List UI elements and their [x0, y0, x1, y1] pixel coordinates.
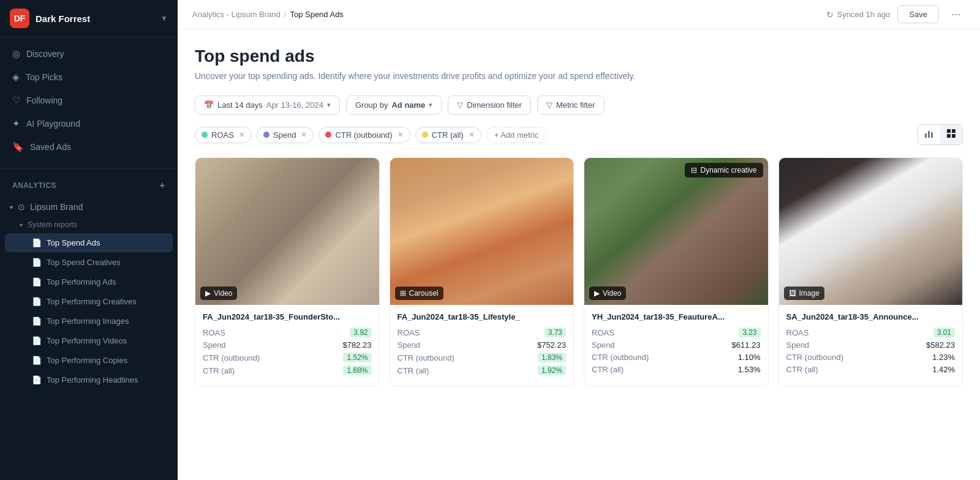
ads-grid: ▶ Video FA_Jun2024_tar18-35_FounderSto..… [195, 157, 963, 386]
sidebar-item-top-spend-creatives[interactable]: 📄 Top Spend Creatives [5, 253, 173, 272]
date-range-label: Last 14 days [217, 100, 263, 110]
report-icon: 📄 [32, 336, 42, 345]
ad-card-2: ⊞ Carousel FA_Jun2024_tar18-35_Lifestyle… [390, 157, 575, 386]
group-by-filter[interactable]: Group by Ad name ▾ [346, 96, 442, 114]
metric-label: ROAS [592, 328, 614, 337]
sidebar-item-top-spend-ads[interactable]: 📄 Top Spend Ads [5, 233, 173, 252]
metric-label: CTR (all) [398, 366, 429, 375]
remove-roas-button[interactable]: ✕ [239, 130, 245, 139]
dimension-filter[interactable]: ▽ Dimension filter [448, 96, 531, 114]
metric-chip-ctr-outbound[interactable]: CTR (outbound) ✕ [318, 127, 410, 143]
sidebar-header[interactable]: DF Dark Forrest ▼ [0, 0, 178, 37]
remove-spend-button[interactable]: ✕ [301, 130, 307, 139]
ad-metric-row: Spend $782.23 [203, 340, 372, 350]
metric-label: CTR (outbound) [592, 353, 649, 362]
grid-icon [946, 129, 956, 138]
ad-card-name: FA_Jun2024_tar18-35_FounderSto... [203, 312, 372, 321]
metric-label: Spend [786, 340, 810, 350]
ad-card-body-2: FA_Jun2024_tar18-35_Lifestyle_ ROAS 3.73… [390, 305, 574, 386]
sidebar-item-top-performing-images[interactable]: 📄 Top Performing Images [5, 312, 173, 331]
metric-label: Spend [203, 340, 226, 350]
app-logo: DF [10, 9, 29, 28]
metric-value: 3.01 [933, 328, 955, 337]
ad-card-name: FA_Jun2024_tar18-35_Lifestyle_ [398, 312, 567, 321]
ad-card-1: ▶ Video FA_Jun2024_tar18-35_FounderSto..… [195, 157, 380, 386]
add-metric-button[interactable]: + Add metric [486, 127, 547, 143]
filter-bar: 📅 Last 14 days Apr 13-16, 2024 ▾ Group b… [195, 96, 963, 114]
metric-value: 1.52% [343, 353, 371, 362]
metric-value: 3.92 [350, 328, 371, 337]
main-content: Analytics - Lipsum Brand / Top Spend Ads… [178, 0, 980, 480]
metric-label: Spend [398, 340, 421, 350]
sidebar-item-following[interactable]: ♡ Following [0, 89, 178, 112]
ad-metric-row: ROAS 3.92 [203, 328, 372, 337]
metric-label: CTR (all) [203, 366, 235, 375]
ad-card-body-3: YH_Jun2024_tar18-35_FeautureA... ROAS 3.… [584, 305, 768, 384]
metric-chip-spend[interactable]: Spend ✕ [257, 127, 314, 143]
dynamic-label: Dynamic creative [700, 166, 756, 174]
more-options-button[interactable]: ··· [946, 6, 965, 23]
metric-value: 1.92% [538, 366, 566, 375]
dynamic-icon: ⊟ [691, 166, 697, 174]
brand-group-item[interactable]: ▾ ⊙ Lipsum Brand [0, 197, 178, 217]
sidebar-item-saved-ads[interactable]: 🔖 Saved Ads [0, 135, 178, 159]
metric-value: 1.10% [738, 353, 761, 362]
metrics-bar: ROAS ✕ Spend ✕ CTR (outbound) ✕ CTR (all… [195, 124, 963, 145]
sidebar-item-top-performing-headlines[interactable]: 📄 Top Performing Headlines [5, 370, 173, 389]
analytics-section-header: Analytics + [0, 174, 178, 197]
metric-chip-roas[interactable]: ROAS ✕ [195, 127, 252, 143]
sidebar-item-top-performing-ads[interactable]: 📄 Top Performing Ads [5, 272, 173, 291]
ad-card-name: SA_Jun2024_tar18-35_Announce... [786, 312, 956, 321]
report-label: Top Performing Copies [47, 356, 127, 365]
sidebar-item-label: Saved Ads [30, 142, 71, 152]
report-icon: 📄 [32, 375, 42, 384]
sidebar-item-discovery[interactable]: ◎ Discovery [0, 42, 178, 66]
svg-rect-3 [947, 129, 951, 133]
ad-card-image-1: ▶ Video [195, 158, 379, 305]
remove-ctr-outbound-button[interactable]: ✕ [398, 130, 404, 139]
system-reports-group[interactable]: ▾ System reports [0, 217, 178, 233]
roas-dot [202, 132, 208, 138]
save-button[interactable]: Save [897, 6, 939, 23]
chevron-down-icon: ▾ [327, 101, 331, 109]
metric-label: CTR (all) [786, 365, 818, 374]
image-icon: 🖼 [789, 289, 796, 298]
ad-card-image-3: ⊟ Dynamic creative ▶ Video [584, 158, 768, 305]
group-by-value: Ad name [391, 100, 425, 110]
metric-filter[interactable]: ▽ Metric filter [537, 96, 605, 114]
svg-rect-2 [931, 132, 933, 138]
date-range-filter[interactable]: 📅 Last 14 days Apr 13-16, 2024 ▾ [195, 96, 340, 114]
ctr-all-dot [422, 132, 428, 138]
video-icon: ▶ [594, 289, 600, 298]
sidebar-item-top-performing-copies[interactable]: 📄 Top Performing Copies [5, 351, 173, 370]
report-label: Top Performing Headlines [47, 375, 138, 384]
chart-view-button[interactable] [918, 125, 940, 144]
sidebar-item-top-picks[interactable]: ◈ Top Picks [0, 66, 178, 89]
metric-value: 3.73 [545, 328, 566, 337]
sidebar-item-top-performing-creatives[interactable]: 📄 Top Performing Creatives [5, 292, 173, 311]
sidebar-item-top-performing-videos[interactable]: 📄 Top Performing Videos [5, 331, 173, 350]
metric-value: $782.23 [343, 340, 372, 350]
metric-label: CTR (outbound) [786, 353, 843, 362]
report-icon: 📄 [32, 277, 42, 287]
sidebar: DF Dark Forrest ▼ ◎ Discovery ◈ Top Pick… [0, 0, 178, 480]
metric-filter-label: Metric filter [556, 100, 595, 110]
remove-ctr-all-button[interactable]: ✕ [469, 130, 475, 139]
date-range-value: Apr 13-16, 2024 [266, 100, 323, 110]
sidebar-nav: ◎ Discovery ◈ Top Picks ♡ Following ✦ AI… [0, 37, 178, 163]
ad-metric-row: Spend $752.23 [398, 340, 567, 350]
add-analytics-button[interactable]: + [159, 180, 165, 191]
ad-type-label: Image [799, 289, 820, 298]
grid-view-button[interactable] [940, 125, 962, 144]
sidebar-item-ai-playground[interactable]: ✦ AI Playground [0, 112, 178, 135]
ad-type-badge-carousel: ⊞ Carousel [395, 287, 443, 300]
ad-image [195, 158, 379, 305]
ad-metric-row: CTR (all) 1.92% [398, 366, 567, 375]
ad-type-badge-video: ▶ Video [589, 287, 626, 300]
ad-type-label: Carousel [409, 289, 439, 298]
svg-rect-0 [925, 133, 927, 138]
bookmark-icon: 🔖 [12, 141, 24, 152]
metric-chip-ctr-all[interactable]: CTR (all) ✕ [415, 127, 481, 143]
video-icon: ▶ [205, 289, 211, 298]
ad-image [584, 158, 768, 305]
